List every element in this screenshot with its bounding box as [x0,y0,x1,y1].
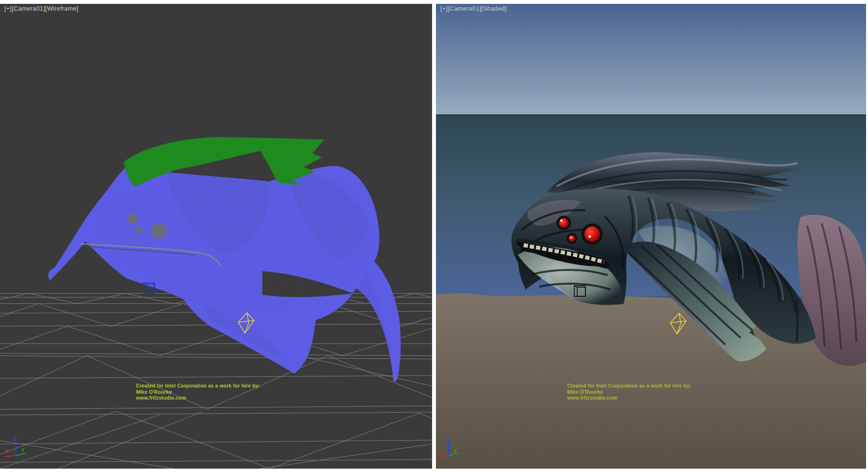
screenshot-root: { "left_viewport": { "label": "[+][Camer… [0,0,868,472]
eye-small [559,218,569,228]
viewport-label-shaded[interactable]: [+][Camera01][Shaded] [440,5,507,12]
eye-tiny [569,236,575,242]
axis-z-label: Z [14,436,17,442]
scene-watermark-text: Created for Intel Corporation as a work … [567,383,691,401]
axis-y-label: Y [21,447,25,454]
axis-x-label: x [437,448,441,455]
axis-z-label: z [446,436,449,442]
viewport-label-wireframe[interactable]: [+][Camera01][Wireframe] [4,5,79,12]
viewport-camera01-wireframe[interactable]: X Y Z [+][Camera01][Wireframe] Created f… [0,4,432,469]
viewport-camera01-shaded[interactable]: x y z [+][Camera01][Shaded] Created for … [436,4,866,469]
scene-watermark-text: Created for Intel Corporation as a work … [136,383,260,401]
eye-large [584,226,600,242]
axis-y-label: y [454,447,457,454]
axis-x-label: X [5,448,8,455]
horizon-line [436,114,866,116]
sky-background [436,4,866,114]
trailing-fin-strand [797,299,798,342]
